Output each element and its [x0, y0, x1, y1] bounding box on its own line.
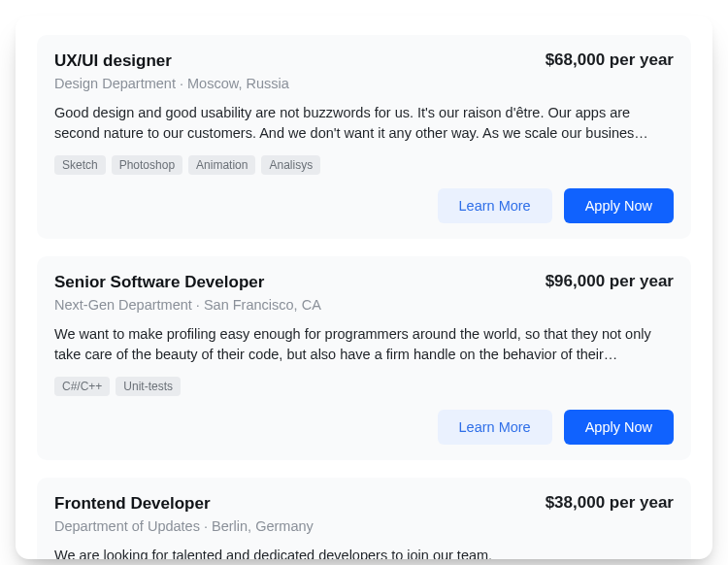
job-tags: C#/C++Unit-tests [54, 377, 674, 396]
job-tag: Analisys [261, 155, 320, 175]
separator-dot: · [200, 518, 212, 534]
job-location: Berlin, Germany [212, 518, 314, 534]
job-card: Frontend Developer$38,000 per yearDepart… [37, 478, 691, 559]
job-tags: SketchPhotoshopAnimationAnalisys [54, 155, 674, 175]
separator-dot: · [192, 297, 204, 313]
job-actions: Learn MoreApply Now [54, 410, 674, 445]
job-subtitle: Department of Updates · Berlin, Germany [54, 518, 674, 534]
apply-now-button[interactable]: Apply Now [564, 410, 674, 445]
job-description: Good design and good usability are not b… [54, 103, 674, 144]
job-title: Frontend Developer [54, 493, 211, 515]
job-title: UX/UI designer [54, 50, 172, 72]
learn-more-button[interactable]: Learn More [438, 410, 552, 445]
separator-dot: · [176, 76, 187, 91]
job-tag: C#/C++ [54, 377, 110, 396]
job-location: San Francisco, CA [204, 297, 321, 313]
job-salary: $68,000 per year [546, 50, 674, 70]
learn-more-button[interactable]: Learn More [438, 188, 552, 223]
job-tag: Unit-tests [116, 377, 181, 396]
job-title: Senior Software Developer [54, 272, 264, 293]
jobs-panel: UX/UI designer$68,000 per yearDesign Dep… [16, 16, 712, 559]
job-actions: Learn MoreApply Now [54, 188, 674, 223]
job-salary: $38,000 per year [546, 493, 674, 513]
job-tag: Sketch [54, 155, 106, 175]
job-subtitle: Design Department · Moscow, Russia [54, 76, 674, 91]
job-card: Senior Software Developer$96,000 per yea… [37, 256, 691, 460]
job-salary: $96,000 per year [546, 272, 674, 291]
job-card-header: Frontend Developer$38,000 per year [54, 493, 674, 515]
job-location: Moscow, Russia [187, 76, 289, 91]
job-tag: Photoshop [112, 155, 182, 175]
job-department: Next-Gen Department [54, 297, 192, 313]
job-tag: Animation [188, 155, 255, 175]
job-department: Department of Updates [54, 518, 200, 534]
job-card-header: Senior Software Developer$96,000 per yea… [54, 272, 674, 293]
job-subtitle: Next-Gen Department · San Francisco, CA [54, 297, 674, 313]
job-description: We want to make profiling easy enough fo… [54, 324, 674, 365]
job-card: UX/UI designer$68,000 per yearDesign Dep… [37, 35, 691, 239]
job-card-header: UX/UI designer$68,000 per year [54, 50, 674, 72]
job-description: We are looking for talented and dedicate… [54, 546, 674, 559]
job-department: Design Department [54, 76, 176, 91]
apply-now-button[interactable]: Apply Now [564, 188, 674, 223]
